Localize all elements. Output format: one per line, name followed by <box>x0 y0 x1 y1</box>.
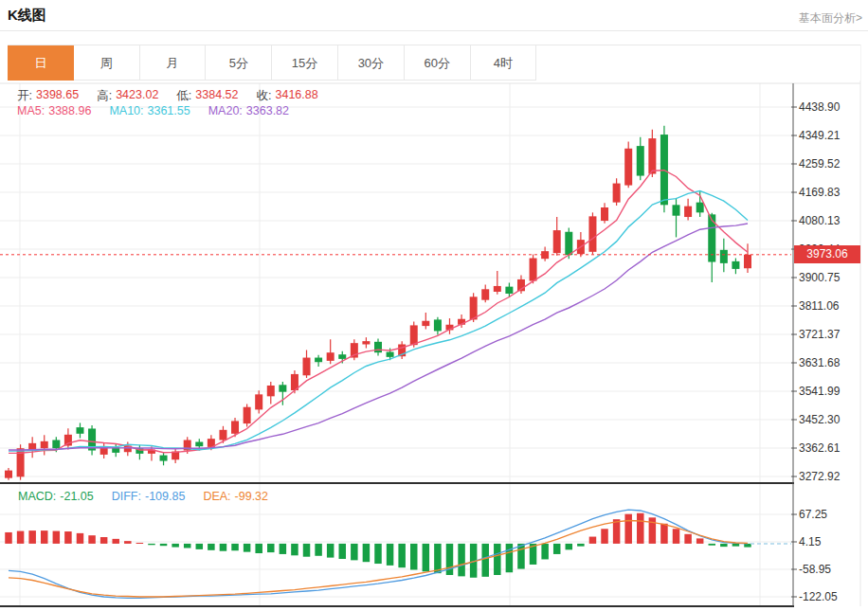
page-title: K线图 <box>8 7 46 25</box>
fundamental-analysis-link[interactable]: 基本面分析> <box>799 10 862 27</box>
period-tab-2[interactable]: 周 <box>74 45 140 81</box>
ma20-label: MA20: <box>208 104 243 117</box>
ma5-value: 3388.96 <box>48 104 91 117</box>
dea-label: DEA: <box>203 490 230 503</box>
diff-value: -109.85 <box>145 490 185 503</box>
macd-bar: MACD:-21.05 DIFF:-109.85 DEA:-99.32 <box>18 490 286 503</box>
macd-value: -21.05 <box>60 490 93 503</box>
svg-text:-58.95: -58.95 <box>799 563 831 576</box>
ma10-value: 3361.55 <box>148 104 190 117</box>
open-value: 3398.65 <box>36 88 79 104</box>
close-value: 3416.88 <box>276 88 318 104</box>
period-tab-7[interactable]: 60分 <box>405 45 471 81</box>
ma10-label: MA10: <box>109 104 143 117</box>
diff-label: DIFF: <box>112 490 141 503</box>
macd-label: MACD: <box>18 490 56 503</box>
svg-text:3900.75: 3900.75 <box>799 271 841 284</box>
ma5-label: MA5: <box>17 104 45 117</box>
svg-text:3362.61: 3362.61 <box>799 441 841 455</box>
last-price-badge: 3973.06 <box>794 245 860 263</box>
close-label: 收: <box>257 88 272 104</box>
svg-text:4259.52: 4259.52 <box>799 157 841 171</box>
period-tab-4[interactable]: 5分 <box>206 45 272 81</box>
ma20-value: 3363.82 <box>246 104 289 117</box>
period-tab-1[interactable]: 日 <box>8 45 74 81</box>
svg-text:67.25: 67.25 <box>799 508 827 521</box>
svg-text:4.15: 4.15 <box>799 535 822 548</box>
period-tab-5[interactable]: 15分 <box>272 45 338 81</box>
svg-text:3631.68: 3631.68 <box>799 356 841 369</box>
svg-text:3541.99: 3541.99 <box>799 385 841 398</box>
low-label: 低: <box>176 88 191 104</box>
ma-bar: MA5:3388.96 MA10:3361.55 MA20:3363.82 <box>17 104 307 117</box>
low-value: 3384.52 <box>195 88 238 104</box>
high-label: 高: <box>97 88 112 104</box>
svg-text:4080.13: 4080.13 <box>799 214 841 227</box>
svg-text:3272.92: 3272.92 <box>799 470 841 483</box>
svg-text:3811.06: 3811.06 <box>799 299 840 313</box>
period-tabs: 日周月5分15分30分60分4时 <box>8 45 860 81</box>
svg-text:3721.37: 3721.37 <box>799 328 841 341</box>
svg-text:3452.30: 3452.30 <box>799 413 841 426</box>
svg-text:4349.21: 4349.21 <box>799 129 841 142</box>
high-value: 3423.02 <box>116 88 158 104</box>
svg-text:4438.90: 4438.90 <box>799 100 841 114</box>
period-tab-8[interactable]: 4时 <box>471 45 537 81</box>
ohlc-bar: 开:3398.65 高:3423.02 低:3384.52 收:3416.88 <box>17 88 336 104</box>
page-header: K线图 基本面分析> <box>0 0 868 31</box>
svg-text:4169.83: 4169.83 <box>799 186 841 199</box>
dea-value: -99.32 <box>235 490 268 503</box>
open-label: 开: <box>17 88 32 104</box>
svg-text:-122.05: -122.05 <box>799 590 838 603</box>
period-tab-6[interactable]: 30分 <box>338 45 405 81</box>
period-tab-3[interactable]: 月 <box>140 45 207 81</box>
